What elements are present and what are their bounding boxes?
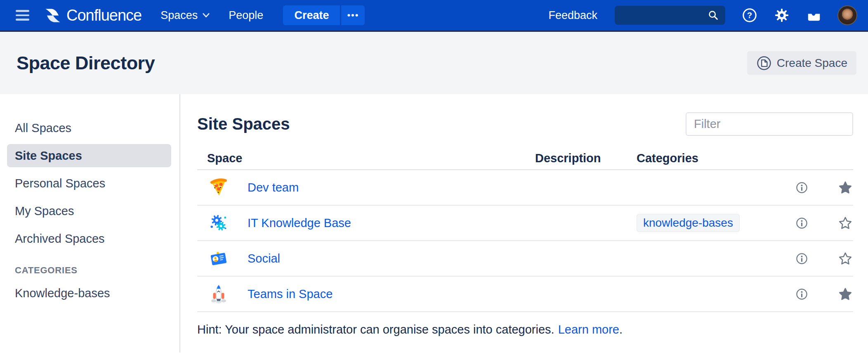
sidebar: All Spaces Site Spaces Personal Spaces M… xyxy=(0,94,180,360)
help-button[interactable]: ? xyxy=(742,7,757,23)
svg-text:?: ? xyxy=(747,11,752,20)
space-link[interactable]: Dev team xyxy=(248,181,299,194)
info-icon xyxy=(795,252,808,265)
hint-suffix: . xyxy=(619,323,623,336)
info-button[interactable] xyxy=(795,252,808,265)
info-button[interactable] xyxy=(795,181,808,194)
star-button[interactable] xyxy=(838,180,852,194)
sidebar-item-personal-spaces[interactable]: Personal Spaces xyxy=(7,172,171,195)
notifications-button[interactable] xyxy=(806,7,822,23)
filter-input[interactable] xyxy=(686,112,853,136)
section-title: Site Spaces xyxy=(197,115,290,133)
star-icon xyxy=(838,180,852,194)
hint-body: Hint: Your space administrator can organ… xyxy=(197,323,554,336)
table-header: Space Description Categories xyxy=(197,147,853,170)
confluence-logo-mark xyxy=(43,7,62,24)
pizza-icon xyxy=(208,177,229,198)
column-header-categories: Categories xyxy=(637,152,795,165)
categories-heading: CATEGORIES xyxy=(15,265,180,276)
page-title: Space Directory xyxy=(17,52,155,74)
main-panel: Site Spaces Space Description Categories xyxy=(180,94,868,360)
sidebar-item-archived-spaces[interactable]: Archived Spaces xyxy=(7,227,171,250)
create-space-label: Create Space xyxy=(777,57,847,70)
nav-spaces[interactable]: Spaces xyxy=(160,9,210,22)
star-button[interactable] xyxy=(838,287,852,301)
create-space-icon xyxy=(756,55,772,71)
info-icon xyxy=(795,181,808,194)
space-link[interactable]: Teams in Space xyxy=(248,287,333,301)
content-area: All Spaces Site Spaces Personal Spaces M… xyxy=(0,94,868,360)
learn-more-link[interactable]: Learn more xyxy=(558,323,619,336)
global-search[interactable] xyxy=(615,6,725,25)
star-icon xyxy=(838,216,852,230)
info-button[interactable] xyxy=(795,288,808,301)
space-link[interactable]: IT Knowledge Base xyxy=(248,216,351,230)
star-button[interactable] xyxy=(838,216,852,230)
rocket-icon xyxy=(208,283,229,305)
hamburger-icon[interactable] xyxy=(16,10,29,21)
star-button[interactable] xyxy=(838,251,852,265)
space-link[interactable]: Social xyxy=(248,252,280,265)
id-card-icon xyxy=(208,248,229,269)
star-icon xyxy=(838,287,852,301)
more-menu-button[interactable]: ••• xyxy=(341,5,365,25)
category-lozenge[interactable]: knowledge-bases xyxy=(637,214,740,232)
sidebar-category-knowledge-bases[interactable]: Knowledge-bases xyxy=(15,287,180,300)
feedback-link[interactable]: Feedback xyxy=(548,9,597,22)
help-icon: ? xyxy=(742,7,757,23)
sidebar-item-my-spaces[interactable]: My Spaces xyxy=(7,199,171,223)
page-header: Space Directory Create Space xyxy=(0,32,868,94)
chevron-down-icon xyxy=(203,13,210,18)
gear-icon xyxy=(774,7,790,23)
search-icon xyxy=(707,9,719,21)
sidebar-item-site-spaces[interactable]: Site Spaces xyxy=(7,144,171,167)
brand-name: Confluence xyxy=(66,7,142,24)
space-filters-nav: All Spaces Site Spaces Personal Spaces M… xyxy=(0,116,180,250)
nav-people[interactable]: People xyxy=(229,9,263,22)
inbox-tray-icon xyxy=(806,7,822,23)
table-row: Dev team xyxy=(197,170,853,206)
settings-button[interactable] xyxy=(774,7,790,23)
column-header-space: Space xyxy=(197,152,535,165)
table-row: IT Knowledge Base knowledge-bases xyxy=(197,206,853,241)
hint-text: Hint: Your space administrator can organ… xyxy=(197,323,853,336)
user-avatar[interactable] xyxy=(837,5,857,25)
sidebar-item-all-spaces[interactable]: All Spaces xyxy=(7,116,171,140)
info-icon xyxy=(795,288,808,301)
info-button[interactable] xyxy=(795,217,808,230)
top-navbar: Confluence Spaces People Create ••• Feed… xyxy=(0,0,868,32)
search-input[interactable] xyxy=(621,9,707,22)
info-icon xyxy=(795,217,808,230)
table-row: Teams in Space xyxy=(197,277,853,312)
table-row: Social xyxy=(197,241,853,277)
create-space-button[interactable]: Create Space xyxy=(747,51,856,75)
confluence-logo[interactable]: Confluence xyxy=(43,7,142,24)
gears-icon xyxy=(208,212,229,234)
space-categories: knowledge-bases xyxy=(637,214,795,232)
column-header-description: Description xyxy=(535,152,637,165)
star-icon xyxy=(838,251,852,265)
create-button[interactable]: Create xyxy=(283,5,340,25)
